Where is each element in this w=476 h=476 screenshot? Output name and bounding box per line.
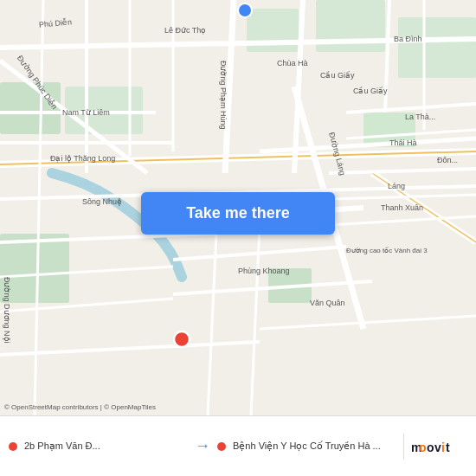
- map-copyright: © OpenStreetMap contributors | © OpenMap…: [4, 403, 156, 411]
- svg-text:o: o: [419, 441, 427, 454]
- direction-arrow-icon: →: [195, 437, 210, 455]
- svg-text:t: t: [446, 441, 450, 454]
- svg-text:i: i: [441, 441, 445, 454]
- bottom-bar: 2b Phạm Văn Đ... → Bệnh Viện Y Học Cổ Tr…: [0, 415, 476, 476]
- svg-text:v: v: [434, 441, 441, 454]
- svg-text:o: o: [427, 441, 434, 454]
- from-location-label: 2b Phạm Văn Đ...: [24, 441, 188, 452]
- map-container: Phú Diễn Lê Đức Thọ Ba Đình Cầu Giấy Cầu…: [0, 0, 476, 415]
- moovit-logo: m o o v i t: [411, 434, 467, 459]
- svg-rect-3: [0, 234, 69, 303]
- svg-point-43: [238, 3, 252, 17]
- destination-dot: [217, 442, 226, 451]
- svg-rect-6: [398, 17, 476, 78]
- svg-point-44: [174, 331, 190, 347]
- svg-rect-1: [0, 82, 61, 134]
- origin-dot: [9, 442, 17, 451]
- divider: [403, 434, 404, 460]
- to-location-label: Bệnh Viện Y Học Cổ Truyền Hà ...: [233, 441, 396, 452]
- take-me-there-button[interactable]: Take me there: [141, 192, 335, 235]
